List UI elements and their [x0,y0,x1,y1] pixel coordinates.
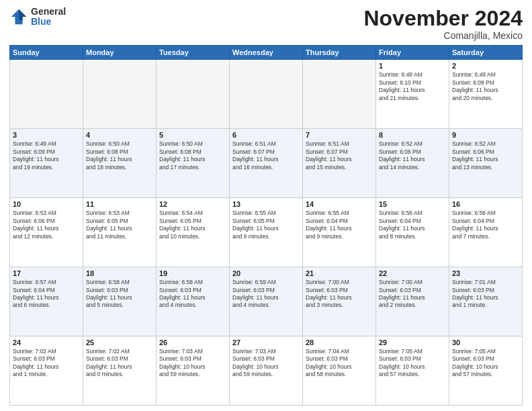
day-info: Sunrise: 6:48 AM Sunset: 6:10 PM Dayligh… [379,71,446,102]
day-info: Sunrise: 6:53 AM Sunset: 6:05 PM Dayligh… [86,210,153,240]
day-cell [83,60,157,129]
day-cell: 24Sunrise: 7:02 AM Sunset: 6:03 PM Dayli… [10,336,83,406]
day-info: Sunrise: 6:49 AM Sunset: 6:09 PM Dayligh… [13,140,80,171]
day-cell: 15Sunrise: 6:56 AM Sunset: 6:04 PM Dayli… [376,198,449,267]
day-number: 23 [452,269,519,277]
page: General Blue November 2024 Comanjilla, M… [0,0,532,411]
day-info: Sunrise: 7:02 AM Sunset: 6:03 PM Dayligh… [13,348,80,379]
day-number: 8 [379,131,446,139]
day-cell: 21Sunrise: 7:00 AM Sunset: 6:03 PM Dayli… [303,267,376,336]
week-row-0: 1Sunrise: 6:48 AM Sunset: 6:10 PM Daylig… [10,60,523,129]
title-block: November 2024 Comanjilla, Mexico [363,7,523,41]
day-cell: 11Sunrise: 6:53 AM Sunset: 6:05 PM Dayli… [83,198,157,267]
day-info: Sunrise: 6:55 AM Sunset: 6:05 PM Dayligh… [232,210,300,240]
day-info: Sunrise: 6:56 AM Sunset: 6:04 PM Dayligh… [452,210,519,240]
day-cell: 17Sunrise: 6:57 AM Sunset: 6:04 PM Dayli… [10,267,83,336]
day-cell [230,60,303,129]
day-cell: 18Sunrise: 6:58 AM Sunset: 6:03 PM Dayli… [83,267,157,336]
day-info: Sunrise: 6:51 AM Sunset: 6:07 PM Dayligh… [306,140,373,171]
day-info: Sunrise: 6:57 AM Sunset: 6:04 PM Dayligh… [13,279,80,310]
week-row-2: 10Sunrise: 6:53 AM Sunset: 6:06 PM Dayli… [10,198,523,267]
col-header-sunday: Sunday [10,46,83,60]
week-row-1: 3Sunrise: 6:49 AM Sunset: 6:09 PM Daylig… [10,129,523,198]
logo-text: General Blue [31,7,66,28]
day-number: 19 [159,269,226,277]
header: General Blue November 2024 Comanjilla, M… [9,7,523,41]
day-info: Sunrise: 6:58 AM Sunset: 6:03 PM Dayligh… [159,279,226,310]
day-info: Sunrise: 7:04 AM Sunset: 6:03 PM Dayligh… [306,348,373,379]
day-info: Sunrise: 6:54 AM Sunset: 6:05 PM Dayligh… [159,210,226,240]
col-header-monday: Monday [83,46,157,60]
col-header-saturday: Saturday [449,46,523,60]
day-number: 14 [306,200,373,208]
day-cell: 23Sunrise: 7:01 AM Sunset: 6:03 PM Dayli… [449,267,523,336]
day-cell: 30Sunrise: 7:05 AM Sunset: 6:03 PM Dayli… [449,336,523,406]
day-number: 27 [232,338,300,347]
day-info: Sunrise: 6:50 AM Sunset: 6:08 PM Dayligh… [159,140,226,171]
day-info: Sunrise: 7:05 AM Sunset: 6:03 PM Dayligh… [379,348,446,379]
day-cell: 25Sunrise: 7:02 AM Sunset: 6:03 PM Dayli… [83,336,157,406]
logo-icon [9,7,28,26]
day-cell [303,60,376,129]
day-number: 29 [379,338,446,347]
day-info: Sunrise: 7:00 AM Sunset: 6:03 PM Dayligh… [379,279,446,310]
day-number: 1 [379,62,446,70]
calendar-title: November 2024 [363,7,523,30]
calendar-table: SundayMondayTuesdayWednesdayThursdayFrid… [9,45,523,406]
day-cell: 29Sunrise: 7:05 AM Sunset: 6:03 PM Dayli… [376,336,449,406]
day-number: 7 [306,131,373,139]
day-number: 4 [86,131,153,139]
logo: General Blue [9,7,66,28]
day-info: Sunrise: 6:49 AM Sunset: 6:09 PM Dayligh… [452,71,519,102]
day-cell: 12Sunrise: 6:54 AM Sunset: 6:05 PM Dayli… [157,198,230,267]
day-number: 22 [379,269,446,277]
day-cell [10,60,83,129]
day-cell: 9Sunrise: 6:52 AM Sunset: 6:06 PM Daylig… [449,129,523,198]
day-info: Sunrise: 7:03 AM Sunset: 6:03 PM Dayligh… [232,348,300,379]
day-number: 21 [306,269,373,277]
day-number: 24 [13,338,80,347]
day-cell: 2Sunrise: 6:49 AM Sunset: 6:09 PM Daylig… [449,60,523,129]
day-cell: 22Sunrise: 7:00 AM Sunset: 6:03 PM Dayli… [376,267,449,336]
day-cell: 4Sunrise: 6:50 AM Sunset: 6:08 PM Daylig… [83,129,157,198]
day-info: Sunrise: 6:50 AM Sunset: 6:08 PM Dayligh… [86,140,153,171]
day-cell: 1Sunrise: 6:48 AM Sunset: 6:10 PM Daylig… [376,60,449,129]
col-header-tuesday: Tuesday [157,46,230,60]
day-number: 26 [159,338,226,347]
day-cell: 16Sunrise: 6:56 AM Sunset: 6:04 PM Dayli… [449,198,523,267]
day-cell: 26Sunrise: 7:03 AM Sunset: 6:03 PM Dayli… [157,336,230,406]
day-cell: 5Sunrise: 6:50 AM Sunset: 6:08 PM Daylig… [157,129,230,198]
day-number: 16 [452,200,519,208]
day-number: 28 [306,338,373,347]
day-info: Sunrise: 6:56 AM Sunset: 6:04 PM Dayligh… [379,210,446,240]
day-info: Sunrise: 6:53 AM Sunset: 6:06 PM Dayligh… [13,210,80,240]
col-header-wednesday: Wednesday [230,46,303,60]
day-info: Sunrise: 7:02 AM Sunset: 6:03 PM Dayligh… [86,348,153,379]
day-number: 25 [86,338,153,347]
logo-general: General [31,7,66,17]
day-cell: 10Sunrise: 6:53 AM Sunset: 6:06 PM Dayli… [10,198,83,267]
day-info: Sunrise: 6:59 AM Sunset: 6:03 PM Dayligh… [232,279,300,310]
day-cell: 6Sunrise: 6:51 AM Sunset: 6:07 PM Daylig… [230,129,303,198]
day-number: 20 [232,269,300,277]
day-cell: 3Sunrise: 6:49 AM Sunset: 6:09 PM Daylig… [10,129,83,198]
day-number: 30 [452,338,519,347]
day-number: 11 [86,200,153,208]
day-number: 6 [232,131,300,139]
svg-marker-1 [19,9,26,21]
col-header-friday: Friday [376,46,449,60]
day-info: Sunrise: 6:51 AM Sunset: 6:07 PM Dayligh… [232,140,300,171]
day-info: Sunrise: 7:01 AM Sunset: 6:03 PM Dayligh… [452,279,519,310]
day-info: Sunrise: 7:05 AM Sunset: 6:03 PM Dayligh… [452,348,519,379]
day-number: 3 [13,131,80,139]
week-row-4: 24Sunrise: 7:02 AM Sunset: 6:03 PM Dayli… [10,336,523,406]
col-header-thursday: Thursday [303,46,376,60]
day-cell: 13Sunrise: 6:55 AM Sunset: 6:05 PM Dayli… [230,198,303,267]
day-cell: 8Sunrise: 6:52 AM Sunset: 6:06 PM Daylig… [376,129,449,198]
day-number: 15 [379,200,446,208]
day-number: 5 [159,131,226,139]
calendar-subtitle: Comanjilla, Mexico [363,30,523,41]
week-row-3: 17Sunrise: 6:57 AM Sunset: 6:04 PM Dayli… [10,267,523,336]
day-cell: 7Sunrise: 6:51 AM Sunset: 6:07 PM Daylig… [303,129,376,198]
day-number: 18 [86,269,153,277]
